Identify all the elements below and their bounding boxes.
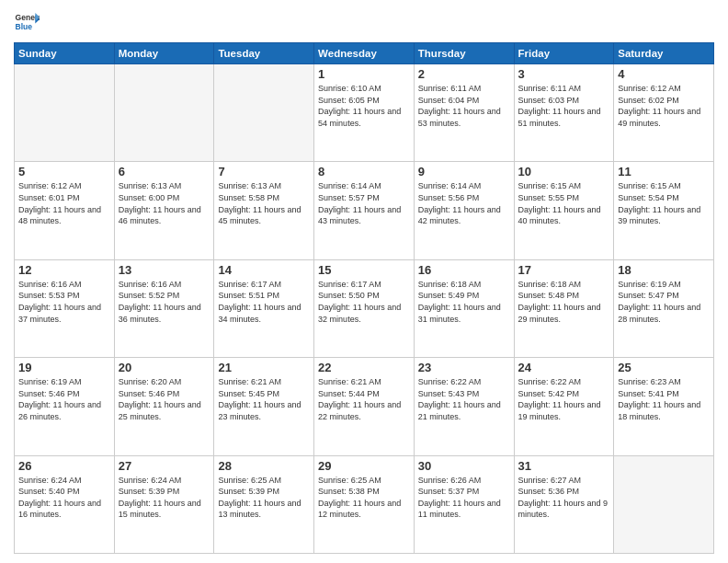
day-number: 5 xyxy=(18,165,110,178)
day-number: 9 xyxy=(418,165,510,178)
calendar-cell: 3Sunrise: 6:11 AMSunset: 6:03 PMDaylight… xyxy=(514,64,614,162)
calendar-cell: 6Sunrise: 6:13 AMSunset: 6:00 PMDaylight… xyxy=(114,162,214,259)
day-number: 26 xyxy=(18,459,110,473)
day-number: 3 xyxy=(518,67,610,81)
calendar-cell: 29Sunrise: 6:25 AMSunset: 5:38 PMDayligh… xyxy=(314,455,415,553)
day-number: 17 xyxy=(518,263,610,277)
calendar-cell: 21Sunrise: 6:21 AMSunset: 5:45 PMDayligh… xyxy=(214,358,314,455)
cell-info: Sunrise: 6:18 AMSunset: 5:49 PMDaylight:… xyxy=(418,279,510,325)
calendar-cell: 31Sunrise: 6:27 AMSunset: 5:36 PMDayligh… xyxy=(514,455,614,553)
col-header-saturday: Saturday xyxy=(614,43,714,64)
cell-info: Sunrise: 6:24 AMSunset: 5:40 PMDaylight:… xyxy=(18,475,110,521)
cell-info: Sunrise: 6:11 AMSunset: 6:03 PMDaylight:… xyxy=(518,83,610,129)
calendar-cell: 24Sunrise: 6:22 AMSunset: 5:42 PMDayligh… xyxy=(514,358,614,455)
calendar-cell: 19Sunrise: 6:19 AMSunset: 5:46 PMDayligh… xyxy=(15,358,115,455)
day-number: 10 xyxy=(518,165,610,178)
cell-info: Sunrise: 6:25 AMSunset: 5:38 PMDaylight:… xyxy=(318,475,410,521)
calendar-cell: 2Sunrise: 6:11 AMSunset: 6:04 PMDaylight… xyxy=(414,64,514,162)
calendar-cell: 14Sunrise: 6:17 AMSunset: 5:51 PMDayligh… xyxy=(214,259,314,357)
calendar-cell xyxy=(614,455,714,553)
calendar-cell: 30Sunrise: 6:26 AMSunset: 5:37 PMDayligh… xyxy=(414,455,514,553)
calendar-cell: 27Sunrise: 6:24 AMSunset: 5:39 PMDayligh… xyxy=(114,455,214,553)
cell-info: Sunrise: 6:20 AMSunset: 5:46 PMDaylight:… xyxy=(119,376,210,422)
calendar-cell: 11Sunrise: 6:15 AMSunset: 5:54 PMDayligh… xyxy=(614,162,714,259)
cell-info: Sunrise: 6:22 AMSunset: 5:43 PMDaylight:… xyxy=(418,376,510,422)
day-number: 22 xyxy=(318,361,410,374)
logo-icon: General Blue xyxy=(14,9,40,35)
day-number: 14 xyxy=(218,263,310,277)
svg-text:Blue: Blue xyxy=(16,22,33,31)
cell-info: Sunrise: 6:11 AMSunset: 6:04 PMDaylight:… xyxy=(418,83,510,129)
calendar-cell: 18Sunrise: 6:19 AMSunset: 5:47 PMDayligh… xyxy=(614,259,714,357)
calendar-cell: 1Sunrise: 6:10 AMSunset: 6:05 PMDaylight… xyxy=(314,64,415,162)
col-header-monday: Monday xyxy=(114,43,214,64)
cell-info: Sunrise: 6:21 AMSunset: 5:45 PMDaylight:… xyxy=(218,376,310,422)
cell-info: Sunrise: 6:15 AMSunset: 5:55 PMDaylight:… xyxy=(518,180,610,226)
calendar-cell: 12Sunrise: 6:16 AMSunset: 5:53 PMDayligh… xyxy=(15,259,115,357)
col-header-friday: Friday xyxy=(514,43,614,64)
cell-info: Sunrise: 6:26 AMSunset: 5:37 PMDaylight:… xyxy=(418,475,510,521)
cell-info: Sunrise: 6:27 AMSunset: 5:36 PMDaylight:… xyxy=(518,475,610,521)
cell-info: Sunrise: 6:19 AMSunset: 5:46 PMDaylight:… xyxy=(18,376,110,422)
cell-info: Sunrise: 6:17 AMSunset: 5:51 PMDaylight:… xyxy=(218,279,310,325)
cell-info: Sunrise: 6:21 AMSunset: 5:44 PMDaylight:… xyxy=(318,376,410,422)
day-number: 12 xyxy=(18,263,110,277)
calendar-cell: 16Sunrise: 6:18 AMSunset: 5:49 PMDayligh… xyxy=(414,259,514,357)
logo: General Blue xyxy=(14,9,40,35)
header: General Blue xyxy=(14,9,714,35)
calendar-cell: 17Sunrise: 6:18 AMSunset: 5:48 PMDayligh… xyxy=(514,259,614,357)
calendar-cell xyxy=(15,64,115,162)
day-number: 21 xyxy=(218,361,310,374)
cell-info: Sunrise: 6:14 AMSunset: 5:57 PMDaylight:… xyxy=(318,180,410,226)
day-number: 18 xyxy=(618,263,710,277)
day-number: 2 xyxy=(418,67,510,81)
calendar-cell: 28Sunrise: 6:25 AMSunset: 5:39 PMDayligh… xyxy=(214,455,314,553)
col-header-sunday: Sunday xyxy=(15,43,115,64)
calendar-cell: 4Sunrise: 6:12 AMSunset: 6:02 PMDaylight… xyxy=(614,64,714,162)
cell-info: Sunrise: 6:16 AMSunset: 5:52 PMDaylight:… xyxy=(119,279,210,325)
cell-info: Sunrise: 6:16 AMSunset: 5:53 PMDaylight:… xyxy=(18,279,110,325)
calendar-cell: 25Sunrise: 6:23 AMSunset: 5:41 PMDayligh… xyxy=(614,358,714,455)
day-number: 27 xyxy=(119,459,210,473)
calendar-cell: 15Sunrise: 6:17 AMSunset: 5:50 PMDayligh… xyxy=(314,259,415,357)
cell-info: Sunrise: 6:23 AMSunset: 5:41 PMDaylight:… xyxy=(618,376,710,422)
col-header-thursday: Thursday xyxy=(414,43,514,64)
cell-info: Sunrise: 6:13 AMSunset: 6:00 PMDaylight:… xyxy=(119,180,210,226)
day-number: 30 xyxy=(418,459,510,473)
cell-info: Sunrise: 6:19 AMSunset: 5:47 PMDaylight:… xyxy=(618,279,710,325)
cell-info: Sunrise: 6:18 AMSunset: 5:48 PMDaylight:… xyxy=(518,279,610,325)
calendar-cell: 10Sunrise: 6:15 AMSunset: 5:55 PMDayligh… xyxy=(514,162,614,259)
calendar-cell: 26Sunrise: 6:24 AMSunset: 5:40 PMDayligh… xyxy=(15,455,115,553)
day-number: 20 xyxy=(119,361,210,374)
day-number: 4 xyxy=(618,67,710,81)
calendar-cell: 8Sunrise: 6:14 AMSunset: 5:57 PMDaylight… xyxy=(314,162,415,259)
cell-info: Sunrise: 6:12 AMSunset: 6:02 PMDaylight:… xyxy=(618,83,710,129)
day-number: 25 xyxy=(618,361,710,374)
col-header-wednesday: Wednesday xyxy=(314,43,415,64)
day-number: 19 xyxy=(18,361,110,374)
cell-info: Sunrise: 6:15 AMSunset: 5:54 PMDaylight:… xyxy=(618,180,710,226)
calendar-cell: 7Sunrise: 6:13 AMSunset: 5:58 PMDaylight… xyxy=(214,162,314,259)
day-number: 15 xyxy=(318,263,410,277)
cell-info: Sunrise: 6:14 AMSunset: 5:56 PMDaylight:… xyxy=(418,180,510,226)
day-number: 28 xyxy=(218,459,310,473)
calendar-cell: 22Sunrise: 6:21 AMSunset: 5:44 PMDayligh… xyxy=(314,358,415,455)
day-number: 16 xyxy=(418,263,510,277)
calendar-cell: 5Sunrise: 6:12 AMSunset: 6:01 PMDaylight… xyxy=(15,162,115,259)
calendar-cell: 20Sunrise: 6:20 AMSunset: 5:46 PMDayligh… xyxy=(114,358,214,455)
calendar-cell: 13Sunrise: 6:16 AMSunset: 5:52 PMDayligh… xyxy=(114,259,214,357)
cell-info: Sunrise: 6:17 AMSunset: 5:50 PMDaylight:… xyxy=(318,279,410,325)
calendar-table: SundayMondayTuesdayWednesdayThursdayFrid… xyxy=(14,42,714,554)
calendar-cell: 9Sunrise: 6:14 AMSunset: 5:56 PMDaylight… xyxy=(414,162,514,259)
col-header-tuesday: Tuesday xyxy=(214,43,314,64)
day-number: 23 xyxy=(418,361,510,374)
day-number: 1 xyxy=(318,67,410,81)
calendar-cell xyxy=(114,64,214,162)
cell-info: Sunrise: 6:12 AMSunset: 6:01 PMDaylight:… xyxy=(18,180,110,226)
day-number: 24 xyxy=(518,361,610,374)
page: General Blue SundayMondayTuesdayWednesda… xyxy=(0,0,728,563)
day-number: 11 xyxy=(618,165,710,178)
cell-info: Sunrise: 6:22 AMSunset: 5:42 PMDaylight:… xyxy=(518,376,610,422)
day-number: 8 xyxy=(318,165,410,178)
day-number: 31 xyxy=(518,459,610,473)
